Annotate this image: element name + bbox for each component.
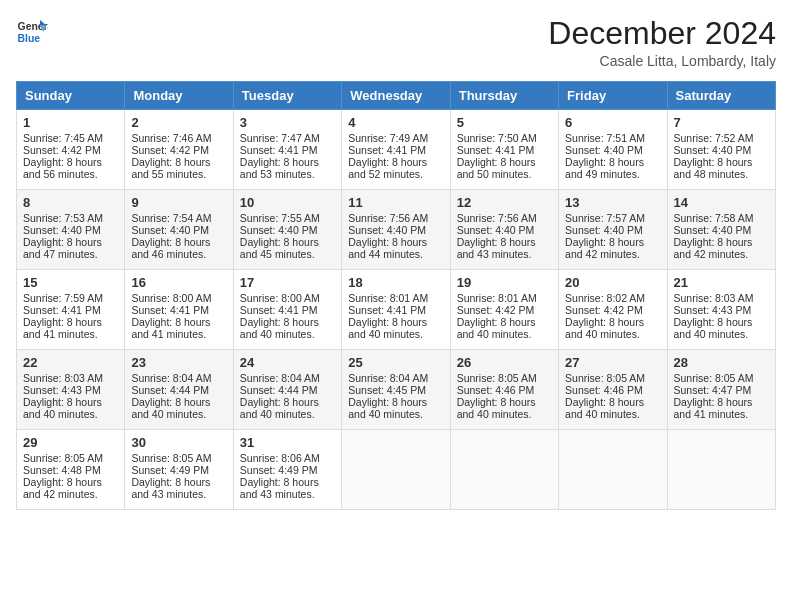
calendar-cell: 12Sunrise: 7:56 AMSunset: 4:40 PMDayligh… (450, 190, 558, 270)
day-number: 8 (23, 195, 118, 210)
day-info-line: Daylight: 8 hours (131, 236, 226, 248)
month-title: December 2024 (548, 16, 776, 51)
day-info-line: Sunset: 4:41 PM (348, 144, 443, 156)
day-info-line: and 42 minutes. (565, 248, 660, 260)
day-info-line: and 48 minutes. (674, 168, 769, 180)
calendar-cell: 10Sunrise: 7:55 AMSunset: 4:40 PMDayligh… (233, 190, 341, 270)
day-number: 23 (131, 355, 226, 370)
day-info-line: Sunset: 4:49 PM (240, 464, 335, 476)
day-info-line: Daylight: 8 hours (240, 156, 335, 168)
calendar-cell: 26Sunrise: 8:05 AMSunset: 4:46 PMDayligh… (450, 350, 558, 430)
day-info-line: and 43 minutes. (457, 248, 552, 260)
calendar-cell: 11Sunrise: 7:56 AMSunset: 4:40 PMDayligh… (342, 190, 450, 270)
day-info-line: Daylight: 8 hours (131, 396, 226, 408)
calendar-cell: 22Sunrise: 8:03 AMSunset: 4:43 PMDayligh… (17, 350, 125, 430)
day-number: 16 (131, 275, 226, 290)
day-info-line: Sunset: 4:40 PM (565, 224, 660, 236)
calendar-cell: 14Sunrise: 7:58 AMSunset: 4:40 PMDayligh… (667, 190, 775, 270)
day-info-line: and 40 minutes. (457, 408, 552, 420)
day-info-line: and 40 minutes. (240, 328, 335, 340)
day-number: 3 (240, 115, 335, 130)
day-info-line: and 42 minutes. (674, 248, 769, 260)
day-number: 31 (240, 435, 335, 450)
day-info-line: Sunset: 4:45 PM (348, 384, 443, 396)
calendar-cell: 30Sunrise: 8:05 AMSunset: 4:49 PMDayligh… (125, 430, 233, 510)
calendar-week-2: 8Sunrise: 7:53 AMSunset: 4:40 PMDaylight… (17, 190, 776, 270)
day-number: 17 (240, 275, 335, 290)
day-info-line: Sunset: 4:44 PM (240, 384, 335, 396)
day-info-line: Sunset: 4:41 PM (348, 304, 443, 316)
day-info-line: Sunrise: 7:54 AM (131, 212, 226, 224)
day-number: 2 (131, 115, 226, 130)
calendar-cell: 7Sunrise: 7:52 AMSunset: 4:40 PMDaylight… (667, 110, 775, 190)
day-number: 10 (240, 195, 335, 210)
day-info-line: Sunset: 4:41 PM (240, 304, 335, 316)
day-info-line: Daylight: 8 hours (674, 236, 769, 248)
day-info-line: Sunrise: 7:59 AM (23, 292, 118, 304)
calendar-cell: 15Sunrise: 7:59 AMSunset: 4:41 PMDayligh… (17, 270, 125, 350)
page-header: General Blue December 2024 Casale Litta,… (16, 16, 776, 69)
location-subtitle: Casale Litta, Lombardy, Italy (548, 53, 776, 69)
day-info-line: Daylight: 8 hours (565, 156, 660, 168)
day-info-line: Sunrise: 8:05 AM (131, 452, 226, 464)
day-info-line: and 40 minutes. (457, 328, 552, 340)
calendar-cell: 8Sunrise: 7:53 AMSunset: 4:40 PMDaylight… (17, 190, 125, 270)
day-info-line: Daylight: 8 hours (457, 156, 552, 168)
calendar-cell: 3Sunrise: 7:47 AMSunset: 4:41 PMDaylight… (233, 110, 341, 190)
day-info-line: and 47 minutes. (23, 248, 118, 260)
day-info-line: Sunrise: 7:56 AM (457, 212, 552, 224)
day-info-line: Sunrise: 7:53 AM (23, 212, 118, 224)
day-info-line: Daylight: 8 hours (348, 156, 443, 168)
calendar-cell: 17Sunrise: 8:00 AMSunset: 4:41 PMDayligh… (233, 270, 341, 350)
day-info-line: and 52 minutes. (348, 168, 443, 180)
calendar-cell: 4Sunrise: 7:49 AMSunset: 4:41 PMDaylight… (342, 110, 450, 190)
calendar-week-1: 1Sunrise: 7:45 AMSunset: 4:42 PMDaylight… (17, 110, 776, 190)
calendar-week-3: 15Sunrise: 7:59 AMSunset: 4:41 PMDayligh… (17, 270, 776, 350)
day-number: 4 (348, 115, 443, 130)
day-info-line: and 40 minutes. (131, 408, 226, 420)
weekday-header-wednesday: Wednesday (342, 82, 450, 110)
calendar-cell (342, 430, 450, 510)
day-info-line: Daylight: 8 hours (565, 236, 660, 248)
day-info-line: Sunset: 4:44 PM (131, 384, 226, 396)
day-number: 25 (348, 355, 443, 370)
day-number: 30 (131, 435, 226, 450)
day-number: 26 (457, 355, 552, 370)
calendar-cell: 9Sunrise: 7:54 AMSunset: 4:40 PMDaylight… (125, 190, 233, 270)
day-number: 13 (565, 195, 660, 210)
day-info-line: Sunrise: 8:04 AM (348, 372, 443, 384)
calendar-cell (559, 430, 667, 510)
day-number: 20 (565, 275, 660, 290)
day-info-line: Daylight: 8 hours (131, 476, 226, 488)
day-info-line: Daylight: 8 hours (565, 316, 660, 328)
day-info-line: Sunrise: 7:45 AM (23, 132, 118, 144)
day-info-line: Daylight: 8 hours (23, 316, 118, 328)
calendar-week-5: 29Sunrise: 8:05 AMSunset: 4:48 PMDayligh… (17, 430, 776, 510)
day-info-line: Sunset: 4:42 PM (565, 304, 660, 316)
weekday-header-sunday: Sunday (17, 82, 125, 110)
day-info-line: Sunrise: 8:00 AM (240, 292, 335, 304)
day-number: 22 (23, 355, 118, 370)
day-info-line: Sunrise: 8:02 AM (565, 292, 660, 304)
day-info-line: Daylight: 8 hours (23, 156, 118, 168)
day-info-line: and 43 minutes. (240, 488, 335, 500)
day-info-line: Sunrise: 8:06 AM (240, 452, 335, 464)
calendar-header: SundayMondayTuesdayWednesdayThursdayFrid… (17, 82, 776, 110)
day-number: 9 (131, 195, 226, 210)
weekday-header-thursday: Thursday (450, 82, 558, 110)
day-info-line: Daylight: 8 hours (131, 156, 226, 168)
day-info-line: Sunrise: 8:01 AM (457, 292, 552, 304)
day-info-line: Daylight: 8 hours (457, 316, 552, 328)
day-info-line: and 40 minutes. (348, 328, 443, 340)
day-info-line: and 40 minutes. (565, 328, 660, 340)
day-info-line: Sunset: 4:47 PM (674, 384, 769, 396)
day-info-line: Sunrise: 7:50 AM (457, 132, 552, 144)
weekday-header-monday: Monday (125, 82, 233, 110)
day-info-line: and 50 minutes. (457, 168, 552, 180)
day-info-line: Sunset: 4:40 PM (131, 224, 226, 236)
day-number: 6 (565, 115, 660, 130)
calendar-cell: 28Sunrise: 8:05 AMSunset: 4:47 PMDayligh… (667, 350, 775, 430)
day-info-line: and 43 minutes. (131, 488, 226, 500)
day-number: 27 (565, 355, 660, 370)
day-info-line: and 41 minutes. (674, 408, 769, 420)
